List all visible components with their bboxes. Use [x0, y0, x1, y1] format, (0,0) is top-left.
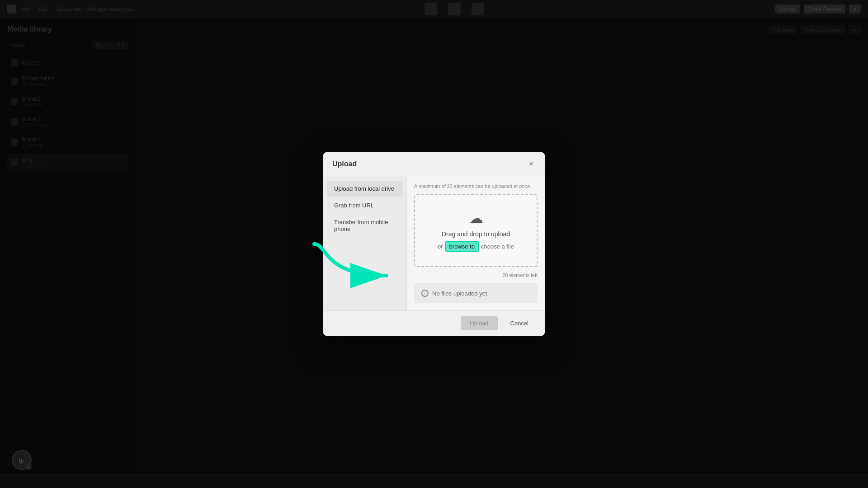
cancel-button[interactable]: Cancel [503, 316, 536, 330]
browse-button[interactable]: browse to [445, 241, 479, 252]
sub-text-before: or [438, 243, 443, 250]
modal-title: Upload [332, 160, 357, 168]
sidebar-grab-url[interactable]: Grab from URL [327, 197, 403, 213]
modal-upload-area: A maximum of 20 elements can be uploaded… [407, 176, 545, 310]
modal-body: Upload from local drive Grab from URL Tr… [323, 176, 545, 310]
max-elements-text: A maximum of 20 elements can be uploaded… [414, 183, 538, 189]
upload-modal: Upload × Upload from local drive Grab fr… [323, 152, 545, 336]
modal-footer: Upload Cancel [323, 310, 545, 336]
no-files-text: No files uploaded yet. [432, 290, 489, 297]
drop-zone[interactable]: ☁ Drag and drop to upload or browse to c… [414, 194, 538, 267]
modal-close-button[interactable]: × [527, 160, 536, 169]
sidebar-transfer-mobile[interactable]: Transfer from mobile phone [327, 214, 403, 237]
no-files-box: i No files uploaded yet. [414, 283, 538, 303]
modal-overlay: Upload × Upload from local drive Grab fr… [0, 0, 868, 488]
elements-left-text: 20 elements left [414, 272, 538, 278]
sub-text-after: choose a file [481, 243, 514, 250]
drop-zone-main-text: Drag and drop to upload [442, 230, 510, 238]
drop-zone-sub-text: or browse to choose a file [438, 241, 514, 252]
modal-sidebar: Upload from local drive Grab from URL Tr… [323, 176, 407, 310]
modal-header: Upload × [323, 152, 545, 176]
upload-cloud-icon: ☁ [469, 210, 483, 227]
info-icon: i [421, 290, 429, 297]
upload-button[interactable]: Upload [461, 316, 497, 330]
sidebar-upload-local[interactable]: Upload from local drive [327, 181, 403, 197]
